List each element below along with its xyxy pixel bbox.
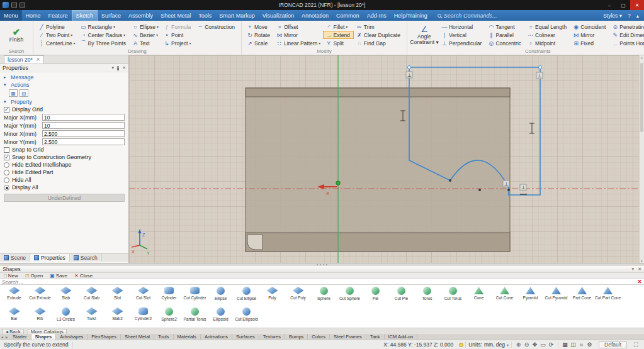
snap-construction-row[interactable]: Snap to Construction Geometry bbox=[0, 153, 128, 161]
ribbon-command[interactable]: ― Horizontal bbox=[439, 23, 485, 31]
minimize-button[interactable]: – bbox=[602, 0, 616, 10]
catalog-item[interactable]: Pie bbox=[363, 285, 388, 306]
tabs-scroll-left-icon[interactable]: ◂ bbox=[0, 334, 4, 340]
ribbon-command[interactable]: ✎ Edit Dimension bbox=[609, 31, 644, 39]
status-view-icon[interactable]: ⊕ bbox=[514, 341, 523, 348]
catalog-toolbar-button[interactable]: □ New bbox=[1, 273, 21, 279]
corner-fillet-feature[interactable] bbox=[247, 235, 263, 250]
catalog-item[interactable]: Cylinder bbox=[156, 285, 182, 306]
catalog-item[interactable]: Extrude bbox=[1, 285, 27, 306]
display-mode-row[interactable]: Hide Edited Part bbox=[0, 169, 128, 176]
catalog-tab[interactable]: FlexShapes bbox=[88, 334, 121, 340]
action-table-icon[interactable]: ▤ bbox=[20, 89, 28, 97]
ribbon-command[interactable]: ∥ Parallel bbox=[485, 31, 525, 39]
ribbon-command[interactable]: ◜ Fillet ▾ bbox=[323, 23, 353, 31]
panel-tab[interactable]: Scene bbox=[0, 254, 30, 262]
ribbon-command[interactable]: ◠ Tangent bbox=[485, 23, 525, 31]
sketch-point[interactable] bbox=[449, 179, 451, 182]
status-view-icon[interactable]: ⟳ bbox=[547, 341, 555, 348]
ribbon-tab[interactable]: Surface bbox=[98, 10, 125, 21]
catalog-item[interactable]: Slab bbox=[53, 285, 79, 306]
scroll-up-icon[interactable]: ▴ bbox=[641, 55, 643, 59]
catalog-item[interactable]: Cut Pyramid bbox=[543, 285, 569, 306]
catalog-toolbar-button[interactable]: ⊡ Open bbox=[23, 273, 45, 279]
ribbon-command[interactable]: ◌ Find Gap bbox=[354, 39, 404, 47]
catalog-item[interactable]: Partial Torus bbox=[182, 306, 208, 327]
message-section[interactable]: ▸ Message bbox=[0, 74, 128, 81]
ribbon-command[interactable]: ┊ CenterLine ▾ bbox=[36, 39, 78, 47]
catalog-item[interactable]: Cut Torus bbox=[440, 285, 466, 306]
angle-constraint-button[interactable]: ∠ AngleConstraint ▾ bbox=[410, 23, 439, 48]
ribbon-tab[interactable]: Visualization bbox=[259, 10, 298, 21]
panel-tab[interactable]: Search bbox=[70, 254, 102, 262]
close-button[interactable]: ✕ bbox=[630, 0, 644, 10]
ribbon-command[interactable]: + Move bbox=[244, 23, 274, 31]
styles-dropdown[interactable]: Styles ▾ bbox=[603, 13, 622, 19]
ribbon-command[interactable]: » Offset bbox=[274, 23, 323, 31]
search-close-icon[interactable]: ✕ bbox=[635, 279, 644, 285]
catalog-tab[interactable]: Materials bbox=[174, 334, 201, 340]
ribbon-tab[interactable]: Sheet Metal bbox=[157, 10, 195, 21]
radio-button[interactable] bbox=[4, 170, 9, 175]
document-tab[interactable]: lesson 20* ✕ bbox=[4, 55, 44, 64]
ribbon-command[interactable]: ⊙ Penetrating Point bbox=[609, 23, 644, 31]
catalog-tab[interactable]: Tank bbox=[366, 334, 385, 340]
display-mode-row[interactable]: Hide All bbox=[0, 176, 128, 184]
catalog-close-icon[interactable]: ✕ bbox=[638, 267, 641, 272]
ribbon-command[interactable]: ╌ Construction bbox=[195, 23, 239, 31]
canvas-vertical-scrollbar[interactable]: ▴ ▾ bbox=[639, 55, 644, 263]
finish-sketch-button[interactable]: ✔ Finish bbox=[3, 23, 30, 48]
catalog-item[interactable]: Cut Slab bbox=[79, 285, 105, 306]
catalog-tab[interactable]: Textures bbox=[259, 334, 285, 340]
snap-grid-checkbox[interactable] bbox=[4, 147, 9, 153]
maximize-button[interactable]: ▢ bbox=[616, 0, 630, 10]
perpendicular-constraint-icon[interactable]: ⊥ bbox=[538, 73, 542, 79]
ribbon-tab[interactable]: Assembly bbox=[125, 10, 157, 21]
perpendicular-constraint-icon[interactable]: ⊥ bbox=[521, 185, 526, 191]
action-grid-icon[interactable]: ▦ bbox=[9, 89, 18, 97]
ribbon-command[interactable]: ƒ Formula bbox=[161, 23, 195, 31]
status-view-icon[interactable]: ▭ bbox=[539, 341, 547, 348]
radio-button[interactable] bbox=[4, 162, 9, 168]
catalog-item[interactable]: L3 Circles bbox=[53, 306, 79, 327]
ribbon-command[interactable]: ÷ Midpoint bbox=[525, 39, 570, 47]
sketch-canvas[interactable]: ⊥ ⊥ ⊥ ⊥ X Z X Y bbox=[129, 55, 639, 263]
ribbon-tab[interactable]: Menu bbox=[0, 10, 22, 21]
catalog-item[interactable]: Pyramid bbox=[517, 285, 543, 306]
panel-close-icon[interactable]: ✕ bbox=[122, 65, 126, 70]
catalog-item[interactable]: Cut Cone bbox=[492, 285, 517, 306]
ribbon-command[interactable]: ◉ Coincident bbox=[570, 23, 609, 31]
perpendicular-constraint-icon[interactable]: ⊥ bbox=[407, 72, 412, 78]
status-tool-icon[interactable]: ▦ bbox=[561, 341, 569, 348]
catalog-item[interactable]: Ellipse bbox=[208, 285, 234, 306]
catalog-item[interactable]: Bar bbox=[1, 306, 27, 327]
catalog-tab[interactable]: Starter bbox=[9, 334, 31, 340]
scrollbar-thumb[interactable] bbox=[640, 63, 643, 132]
tabs-scroll-right-icon[interactable]: ▸ bbox=[4, 334, 9, 340]
ribbon-command[interactable]: → Extend bbox=[323, 31, 353, 39]
ribbon-tab[interactable]: Smart Markup bbox=[215, 10, 259, 21]
sketch-endpoint[interactable] bbox=[539, 66, 542, 69]
catalog-tab[interactable]: Shapes bbox=[31, 334, 57, 340]
ribbon-command[interactable]: A Text bbox=[130, 39, 161, 47]
ribbon-command[interactable]: ↳ Project ▾ bbox=[161, 39, 195, 47]
ribbon-command[interactable]: = Equal Length bbox=[525, 23, 570, 31]
radio-button[interactable] bbox=[4, 185, 9, 191]
ribbon-tab[interactable]: Annotation bbox=[298, 10, 332, 21]
catalog-tab[interactable]: Bumps bbox=[285, 334, 308, 340]
help-icon[interactable]: ? bbox=[628, 13, 631, 19]
ribbon-command[interactable]: ∿ Bezier ▾ bbox=[130, 31, 161, 39]
catalog-item[interactable]: Cut Extrude bbox=[27, 285, 53, 306]
ribbon-tab[interactable]: Help/Training bbox=[390, 10, 431, 21]
ribbon-tab[interactable]: Tools bbox=[195, 10, 215, 21]
ribbon-tab[interactable]: Home bbox=[22, 10, 45, 21]
arc-center-point[interactable] bbox=[478, 189, 481, 191]
document-close-icon[interactable]: ✕ bbox=[37, 57, 40, 62]
catalog-item[interactable]: Cut Ellipse bbox=[234, 285, 259, 306]
sketch-point[interactable] bbox=[507, 189, 510, 191]
catalog-item[interactable]: Cut Pie bbox=[388, 285, 414, 306]
ribbon-command[interactable]: | Vertical bbox=[439, 31, 485, 39]
perpendicular-constraint-icon[interactable]: ⊥ bbox=[504, 181, 509, 187]
catalog-item[interactable]: Ellipsoid bbox=[208, 306, 234, 327]
ribbon-command[interactable]: ↗ Scale bbox=[244, 39, 274, 47]
